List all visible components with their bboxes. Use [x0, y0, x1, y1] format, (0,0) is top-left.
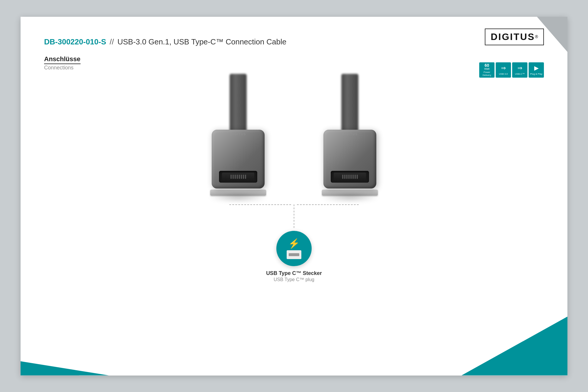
port-pins-left — [230, 175, 246, 179]
connector-body-right: DIGITUS — [323, 130, 376, 189]
pin — [348, 175, 350, 179]
pin — [350, 175, 352, 179]
pin — [344, 175, 345, 179]
product-image-area: DIGITUS — [44, 74, 544, 282]
port-inner-right — [334, 173, 366, 181]
main-content: DB-300220-010-S // USB-3.0 Gen.1, USB Ty… — [21, 17, 567, 376]
connector-label-english: USB Type C™ plug — [266, 277, 322, 282]
brand-watermark-left: DIGITUS — [230, 133, 246, 136]
connector-shadow-right — [320, 193, 379, 201]
connector-shadow-left — [209, 193, 268, 201]
connector-port-right — [331, 171, 369, 183]
pin — [233, 175, 234, 179]
usbc-circle: ⚡ — [276, 231, 312, 266]
pin — [346, 175, 348, 179]
brand-watermark-right: DIGITUS — [342, 133, 358, 136]
cable-left — [230, 74, 247, 133]
pin — [357, 175, 358, 179]
connector-right: DIGITUS — [320, 74, 379, 201]
connector-left: DIGITUS — [209, 74, 268, 201]
port-pins-right — [342, 175, 358, 179]
usbc-plug-port — [289, 253, 299, 256]
section-title-german: Anschlüsse — [44, 55, 81, 64]
connectors-row: DIGITUS — [209, 74, 379, 201]
pin — [243, 175, 244, 179]
pin — [235, 175, 236, 179]
page-card: DIGITUS® 60 Watt Power Delivery ⇒ USB 3.… — [21, 17, 567, 376]
usbc-circle-inner: ⚡ — [287, 238, 301, 259]
port-inner-left — [222, 173, 254, 181]
product-code: DB-300220-010-S — [44, 37, 106, 46]
dotted-line-center — [294, 204, 294, 228]
dotted-line-left — [229, 204, 291, 205]
product-name: USB-3.0 Gen.1, USB Type-C™ Connection Ca… — [117, 37, 286, 46]
cable-right — [341, 74, 358, 133]
usbc-icon-area: ⚡ USB Type C™ Stecker USB Type C™ plug — [266, 231, 322, 282]
pin — [239, 175, 240, 179]
pin — [355, 175, 356, 179]
pin — [245, 175, 246, 179]
dotted-line-right — [297, 204, 359, 205]
section-title-english: Connections — [44, 65, 544, 71]
connector-body-left: DIGITUS — [212, 130, 265, 189]
pin — [237, 175, 238, 179]
pin — [353, 175, 354, 179]
connector-labels: USB Type C™ Stecker USB Type C™ plug — [266, 270, 322, 282]
pin — [342, 175, 343, 179]
connector-label-german: USB Type C™ Stecker — [266, 270, 322, 276]
pin — [241, 175, 242, 179]
product-title: DB-300220-010-S // USB-3.0 Gen.1, USB Ty… — [44, 37, 544, 46]
connector-port-left — [219, 171, 257, 183]
dotted-lines — [191, 204, 397, 228]
usb-trident-icon: ⚡ — [288, 238, 300, 249]
section-header: Anschlüsse Connections — [44, 55, 544, 71]
usbc-plug-graphic — [287, 250, 301, 259]
title-separator: // — [110, 37, 114, 46]
pin — [230, 175, 232, 179]
